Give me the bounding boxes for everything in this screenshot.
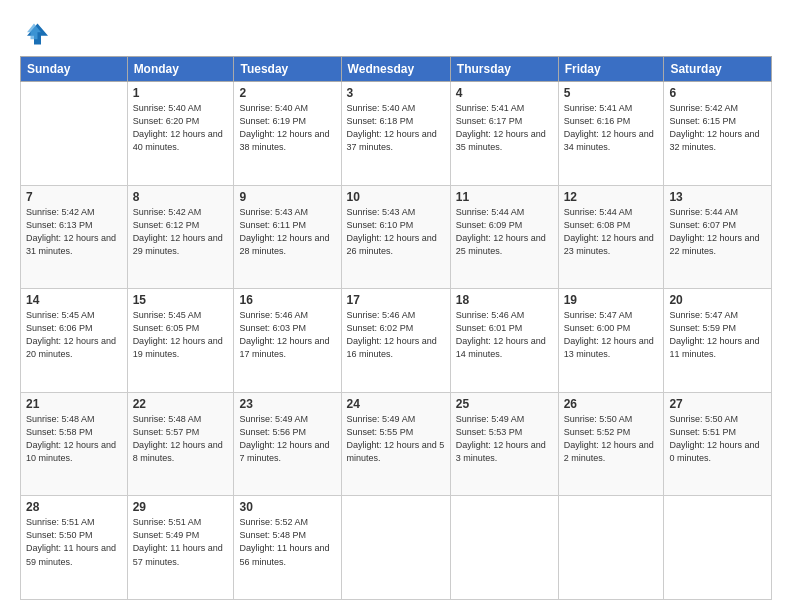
cell-info: Sunrise: 5:41 AMSunset: 6:17 PMDaylight:… <box>456 103 546 152</box>
cell-info: Sunrise: 5:49 AMSunset: 5:55 PMDaylight:… <box>347 414 445 463</box>
cell-info: Sunrise: 5:41 AMSunset: 6:16 PMDaylight:… <box>564 103 654 152</box>
calendar-cell: 29Sunrise: 5:51 AMSunset: 5:49 PMDayligh… <box>127 496 234 600</box>
cell-info: Sunrise: 5:46 AMSunset: 6:01 PMDaylight:… <box>456 310 546 359</box>
header-row: SundayMondayTuesdayWednesdayThursdayFrid… <box>21 57 772 82</box>
col-header-sunday: Sunday <box>21 57 128 82</box>
cell-info: Sunrise: 5:48 AMSunset: 5:58 PMDaylight:… <box>26 414 116 463</box>
cell-info: Sunrise: 5:40 AMSunset: 6:18 PMDaylight:… <box>347 103 437 152</box>
calendar-cell: 14Sunrise: 5:45 AMSunset: 6:06 PMDayligh… <box>21 289 128 393</box>
calendar-cell: 28Sunrise: 5:51 AMSunset: 5:50 PMDayligh… <box>21 496 128 600</box>
calendar-cell: 19Sunrise: 5:47 AMSunset: 6:00 PMDayligh… <box>558 289 664 393</box>
cell-info: Sunrise: 5:48 AMSunset: 5:57 PMDaylight:… <box>133 414 223 463</box>
cell-info: Sunrise: 5:49 AMSunset: 5:56 PMDaylight:… <box>239 414 329 463</box>
day-number: 3 <box>347 86 445 100</box>
day-number: 27 <box>669 397 766 411</box>
day-number: 19 <box>564 293 659 307</box>
day-number: 9 <box>239 190 335 204</box>
calendar-cell: 9Sunrise: 5:43 AMSunset: 6:11 PMDaylight… <box>234 185 341 289</box>
logo <box>20 20 52 48</box>
calendar-cell: 30Sunrise: 5:52 AMSunset: 5:48 PMDayligh… <box>234 496 341 600</box>
col-header-monday: Monday <box>127 57 234 82</box>
cell-info: Sunrise: 5:51 AMSunset: 5:50 PMDaylight:… <box>26 517 116 566</box>
day-number: 4 <box>456 86 553 100</box>
day-number: 11 <box>456 190 553 204</box>
calendar-cell: 3Sunrise: 5:40 AMSunset: 6:18 PMDaylight… <box>341 82 450 186</box>
calendar-cell: 17Sunrise: 5:46 AMSunset: 6:02 PMDayligh… <box>341 289 450 393</box>
cell-info: Sunrise: 5:44 AMSunset: 6:08 PMDaylight:… <box>564 207 654 256</box>
cell-info: Sunrise: 5:46 AMSunset: 6:02 PMDaylight:… <box>347 310 437 359</box>
day-number: 13 <box>669 190 766 204</box>
week-row-3: 14Sunrise: 5:45 AMSunset: 6:06 PMDayligh… <box>21 289 772 393</box>
day-number: 12 <box>564 190 659 204</box>
logo-icon <box>20 20 48 48</box>
day-number: 5 <box>564 86 659 100</box>
day-number: 6 <box>669 86 766 100</box>
calendar-cell: 2Sunrise: 5:40 AMSunset: 6:19 PMDaylight… <box>234 82 341 186</box>
calendar-cell: 25Sunrise: 5:49 AMSunset: 5:53 PMDayligh… <box>450 392 558 496</box>
day-number: 1 <box>133 86 229 100</box>
cell-info: Sunrise: 5:43 AMSunset: 6:11 PMDaylight:… <box>239 207 329 256</box>
calendar-cell: 22Sunrise: 5:48 AMSunset: 5:57 PMDayligh… <box>127 392 234 496</box>
calendar-cell: 7Sunrise: 5:42 AMSunset: 6:13 PMDaylight… <box>21 185 128 289</box>
day-number: 17 <box>347 293 445 307</box>
calendar-cell: 8Sunrise: 5:42 AMSunset: 6:12 PMDaylight… <box>127 185 234 289</box>
cell-info: Sunrise: 5:51 AMSunset: 5:49 PMDaylight:… <box>133 517 223 566</box>
day-number: 14 <box>26 293 122 307</box>
cell-info: Sunrise: 5:46 AMSunset: 6:03 PMDaylight:… <box>239 310 329 359</box>
day-number: 24 <box>347 397 445 411</box>
week-row-1: 1Sunrise: 5:40 AMSunset: 6:20 PMDaylight… <box>21 82 772 186</box>
cell-info: Sunrise: 5:45 AMSunset: 6:05 PMDaylight:… <box>133 310 223 359</box>
day-number: 18 <box>456 293 553 307</box>
cell-info: Sunrise: 5:50 AMSunset: 5:52 PMDaylight:… <box>564 414 654 463</box>
calendar-cell: 18Sunrise: 5:46 AMSunset: 6:01 PMDayligh… <box>450 289 558 393</box>
calendar-cell: 27Sunrise: 5:50 AMSunset: 5:51 PMDayligh… <box>664 392 772 496</box>
calendar-cell: 11Sunrise: 5:44 AMSunset: 6:09 PMDayligh… <box>450 185 558 289</box>
calendar-cell: 21Sunrise: 5:48 AMSunset: 5:58 PMDayligh… <box>21 392 128 496</box>
col-header-saturday: Saturday <box>664 57 772 82</box>
day-number: 7 <box>26 190 122 204</box>
calendar-cell: 15Sunrise: 5:45 AMSunset: 6:05 PMDayligh… <box>127 289 234 393</box>
day-number: 30 <box>239 500 335 514</box>
cell-info: Sunrise: 5:45 AMSunset: 6:06 PMDaylight:… <box>26 310 116 359</box>
day-number: 16 <box>239 293 335 307</box>
cell-info: Sunrise: 5:52 AMSunset: 5:48 PMDaylight:… <box>239 517 329 566</box>
calendar-cell: 12Sunrise: 5:44 AMSunset: 6:08 PMDayligh… <box>558 185 664 289</box>
calendar-cell: 20Sunrise: 5:47 AMSunset: 5:59 PMDayligh… <box>664 289 772 393</box>
calendar-cell <box>341 496 450 600</box>
day-number: 10 <box>347 190 445 204</box>
calendar-cell: 5Sunrise: 5:41 AMSunset: 6:16 PMDaylight… <box>558 82 664 186</box>
calendar-cell: 1Sunrise: 5:40 AMSunset: 6:20 PMDaylight… <box>127 82 234 186</box>
cell-info: Sunrise: 5:40 AMSunset: 6:19 PMDaylight:… <box>239 103 329 152</box>
calendar-cell: 24Sunrise: 5:49 AMSunset: 5:55 PMDayligh… <box>341 392 450 496</box>
calendar-cell <box>21 82 128 186</box>
cell-info: Sunrise: 5:40 AMSunset: 6:20 PMDaylight:… <box>133 103 223 152</box>
cell-info: Sunrise: 5:43 AMSunset: 6:10 PMDaylight:… <box>347 207 437 256</box>
day-number: 26 <box>564 397 659 411</box>
calendar-cell: 16Sunrise: 5:46 AMSunset: 6:03 PMDayligh… <box>234 289 341 393</box>
cell-info: Sunrise: 5:42 AMSunset: 6:13 PMDaylight:… <box>26 207 116 256</box>
cell-info: Sunrise: 5:47 AMSunset: 5:59 PMDaylight:… <box>669 310 759 359</box>
cell-info: Sunrise: 5:42 AMSunset: 6:12 PMDaylight:… <box>133 207 223 256</box>
col-header-tuesday: Tuesday <box>234 57 341 82</box>
day-number: 23 <box>239 397 335 411</box>
calendar-cell <box>664 496 772 600</box>
calendar-cell: 10Sunrise: 5:43 AMSunset: 6:10 PMDayligh… <box>341 185 450 289</box>
cell-info: Sunrise: 5:44 AMSunset: 6:07 PMDaylight:… <box>669 207 759 256</box>
week-row-5: 28Sunrise: 5:51 AMSunset: 5:50 PMDayligh… <box>21 496 772 600</box>
calendar-table: SundayMondayTuesdayWednesdayThursdayFrid… <box>20 56 772 600</box>
calendar-cell: 4Sunrise: 5:41 AMSunset: 6:17 PMDaylight… <box>450 82 558 186</box>
week-row-4: 21Sunrise: 5:48 AMSunset: 5:58 PMDayligh… <box>21 392 772 496</box>
day-number: 21 <box>26 397 122 411</box>
calendar-cell: 26Sunrise: 5:50 AMSunset: 5:52 PMDayligh… <box>558 392 664 496</box>
day-number: 15 <box>133 293 229 307</box>
cell-info: Sunrise: 5:42 AMSunset: 6:15 PMDaylight:… <box>669 103 759 152</box>
day-number: 2 <box>239 86 335 100</box>
calendar-cell <box>450 496 558 600</box>
calendar-cell: 23Sunrise: 5:49 AMSunset: 5:56 PMDayligh… <box>234 392 341 496</box>
cell-info: Sunrise: 5:47 AMSunset: 6:00 PMDaylight:… <box>564 310 654 359</box>
col-header-wednesday: Wednesday <box>341 57 450 82</box>
calendar-cell: 13Sunrise: 5:44 AMSunset: 6:07 PMDayligh… <box>664 185 772 289</box>
day-number: 29 <box>133 500 229 514</box>
calendar-cell <box>558 496 664 600</box>
cell-info: Sunrise: 5:49 AMSunset: 5:53 PMDaylight:… <box>456 414 546 463</box>
